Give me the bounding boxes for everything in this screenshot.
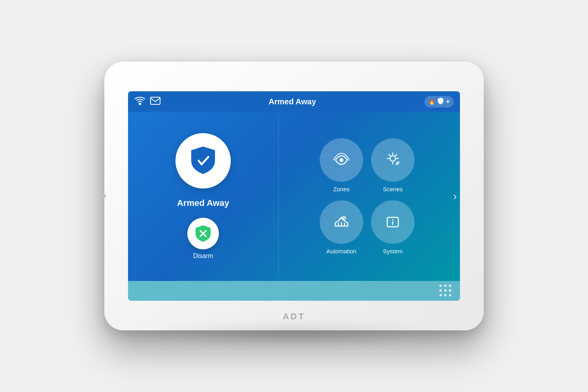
apps-grid-icon[interactable]: [439, 285, 452, 297]
right-panel: Zones: [278, 112, 460, 281]
zones-circle[interactable]: [320, 138, 363, 182]
disarm-label: Disarm: [193, 253, 213, 260]
svg-line-11: [396, 155, 397, 156]
chevron-right-icon[interactable]: ›: [453, 190, 457, 203]
header-left-icons: [134, 96, 160, 107]
left-panel: Armed Away Disarm: [128, 112, 278, 281]
wifi-icon: [134, 96, 145, 107]
footer-bar: [128, 281, 460, 301]
scenes-circle[interactable]: [371, 138, 415, 182]
disarm-section: Disarm: [187, 218, 219, 260]
svg-rect-1: [151, 97, 160, 104]
svg-point-5: [390, 156, 396, 161]
automation-label: Automation: [326, 248, 356, 254]
armed-label: Armed Away: [177, 198, 229, 208]
grid-container: Zones: [308, 130, 430, 262]
shield-icon-header: [437, 98, 444, 106]
header-badge: 🔥 +: [424, 96, 454, 107]
automation-circle[interactable]: [320, 200, 363, 244]
flame-icon: 🔥: [428, 98, 435, 105]
svg-point-0: [139, 103, 141, 105]
svg-line-10: [389, 155, 390, 156]
zones-label: Zones: [333, 186, 350, 192]
header-title: Armed Away: [160, 97, 424, 106]
scenes-item[interactable]: Scenes: [371, 138, 415, 192]
system-item[interactable]: System: [371, 200, 415, 254]
armed-status-circle: [175, 133, 231, 188]
main-content: Armed Away Disarm: [128, 112, 460, 281]
adt-logo: ADT: [283, 311, 305, 322]
system-circle[interactable]: [371, 200, 415, 244]
automation-item[interactable]: Automation: [320, 200, 363, 254]
screen: Armed Away 🔥 +: [128, 91, 460, 301]
header-bar: Armed Away 🔥 +: [128, 91, 460, 112]
zones-item[interactable]: Zones: [320, 138, 363, 192]
camera-dot: [102, 194, 106, 198]
disarm-button[interactable]: [187, 218, 219, 249]
mail-icon: [150, 97, 160, 106]
scenes-label: Scenes: [383, 186, 403, 192]
plus-icon: +: [446, 98, 450, 105]
system-label: System: [383, 248, 403, 254]
tablet-device: Armed Away 🔥 +: [104, 62, 484, 330]
svg-point-4: [339, 158, 343, 162]
